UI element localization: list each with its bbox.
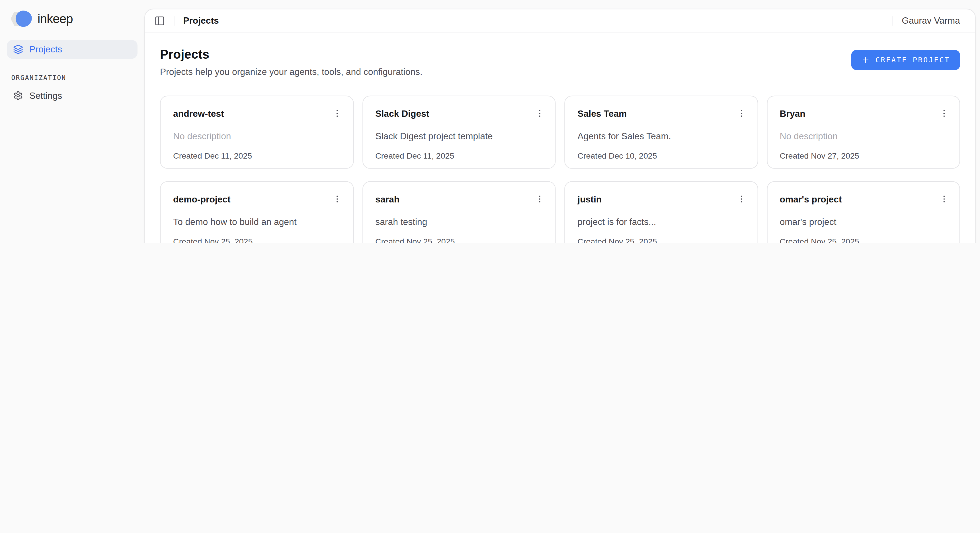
project-card-title: Bryan: [780, 108, 805, 119]
gear-icon: [13, 91, 23, 100]
app-root: inkeep Projects ORGANIZATION Settings: [0, 0, 980, 243]
page-subtitle: Projects help you organize your agents, …: [160, 67, 423, 77]
page-title: Projects: [160, 46, 423, 62]
plus-icon: [861, 56, 870, 64]
topbar: Projects Gaurav Varma: [145, 10, 975, 32]
project-card-created: Created Nov 25, 2025: [578, 237, 745, 243]
project-card[interactable]: Bryan No description Created Nov 27, 202…: [767, 95, 960, 169]
project-card-description: No description: [173, 131, 340, 142]
sidebar-item-settings[interactable]: Settings: [7, 86, 137, 105]
breadcrumb: Projects: [183, 16, 219, 25]
sidebar-item-projects[interactable]: Projects: [7, 40, 137, 59]
sidebar-toggle-button[interactable]: [151, 13, 167, 29]
ellipsis-vertical-icon: [939, 194, 948, 203]
layers-icon: [13, 45, 23, 54]
user-menu[interactable]: Gaurav Varma: [902, 16, 960, 25]
brand-wordmark: inkeep: [38, 12, 73, 26]
divider: [174, 16, 174, 25]
project-menu-button[interactable]: [533, 192, 546, 205]
ellipsis-vertical-icon: [737, 194, 746, 203]
project-card-title: Slack Digest: [375, 108, 429, 119]
sidebar: inkeep Projects ORGANIZATION Settings: [0, 0, 144, 243]
project-card-created: Created Nov 27, 2025: [780, 151, 947, 161]
project-card-description: Agents for Sales Team.: [578, 131, 745, 142]
create-project-label: CREATE PROJECT: [875, 56, 950, 64]
inkeep-logo-icon: [11, 11, 32, 27]
project-menu-button[interactable]: [735, 106, 748, 120]
project-card-description: Slack Digest project template: [375, 131, 542, 142]
page-content: Projects Projects help you organize your…: [145, 32, 975, 243]
project-menu-button[interactable]: [330, 106, 344, 120]
project-menu-button[interactable]: [533, 106, 546, 120]
sidebar-section-organization: ORGANIZATION: [7, 74, 137, 81]
project-card-description: To demo how to build an agent: [173, 216, 340, 228]
ellipsis-vertical-icon: [332, 108, 342, 118]
project-card-created: Created Nov 25, 2025: [780, 237, 947, 243]
project-menu-button[interactable]: [937, 192, 951, 205]
project-card-title: sarah: [375, 194, 399, 205]
ellipsis-vertical-icon: [332, 194, 342, 203]
ellipsis-vertical-icon: [939, 108, 948, 118]
project-card[interactable]: omar's project omar's project Created No…: [767, 181, 960, 243]
project-card-title: justin: [578, 194, 601, 205]
project-card-title: demo-project: [173, 194, 231, 205]
main-panel: Projects Gaurav Varma Projects Projects …: [144, 9, 976, 243]
project-card-description: No description: [780, 131, 947, 142]
panel-left-icon: [154, 15, 165, 26]
projects-grid: andrew-test No description Created Dec 1…: [160, 95, 960, 243]
sidebar-item-label: Settings: [29, 91, 62, 100]
project-card[interactable]: Sales Team Agents for Sales Team. Create…: [564, 95, 757, 169]
sidebar-item-label: Projects: [29, 45, 62, 54]
project-menu-button[interactable]: [937, 106, 951, 120]
sidebar-nav: Projects ORGANIZATION Settings: [7, 40, 137, 105]
project-card[interactable]: sarah sarah testing Created Nov 25, 2025: [362, 181, 555, 243]
project-card[interactable]: andrew-test No description Created Dec 1…: [160, 95, 353, 169]
divider: [892, 16, 893, 25]
ellipsis-vertical-icon: [737, 108, 746, 118]
brand-logo: inkeep: [7, 9, 137, 28]
project-card-created: Created Nov 25, 2025: [173, 237, 340, 243]
project-card[interactable]: justin project is for facts... Created N…: [564, 181, 757, 243]
project-card-created: Created Dec 10, 2025: [578, 151, 745, 161]
project-card-description: omar's project: [780, 216, 947, 228]
project-card-description: project is for facts...: [578, 216, 745, 228]
project-card-created: Created Nov 25, 2025: [375, 237, 542, 243]
project-card-description: sarah testing: [375, 216, 542, 228]
project-card-created: Created Dec 11, 2025: [173, 151, 340, 161]
ellipsis-vertical-icon: [535, 194, 544, 203]
project-card[interactable]: Slack Digest Slack Digest project templa…: [362, 95, 555, 169]
project-card-created: Created Dec 11, 2025: [375, 151, 542, 161]
project-menu-button[interactable]: [735, 192, 748, 205]
ellipsis-vertical-icon: [535, 108, 544, 118]
project-menu-button[interactable]: [330, 192, 344, 205]
project-card-title: andrew-test: [173, 108, 224, 119]
create-project-button[interactable]: CREATE PROJECT: [851, 50, 960, 70]
project-card-title: Sales Team: [578, 108, 627, 119]
page-head: Projects Projects help you organize your…: [160, 46, 960, 77]
project-card-title: omar's project: [780, 194, 842, 205]
project-card[interactable]: demo-project To demo how to build an age…: [160, 181, 353, 243]
